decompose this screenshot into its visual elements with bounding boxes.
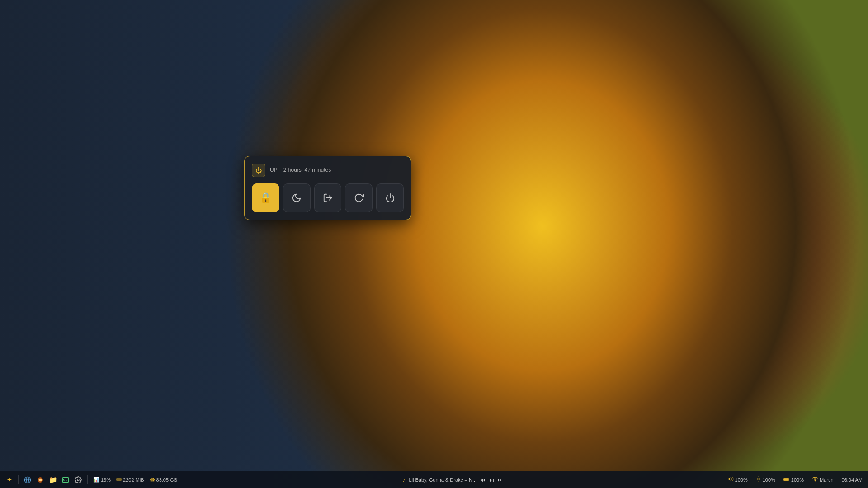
poweroff-button[interactable] (376, 183, 404, 212)
power-menu-header: ⏻ UP – 2 hours, 47 minutes (252, 164, 404, 177)
music-note-icon: ♪ (402, 477, 405, 483)
disk-value: 83.05 GB (156, 477, 177, 483)
svg-marker-18 (729, 478, 731, 481)
music-controls: ⏮ ⏯ ⏭ (480, 476, 503, 483)
prev-track-button[interactable]: ⏮ (480, 477, 486, 483)
ram-icon (116, 477, 122, 483)
disk-stat: 83.05 GB (148, 476, 179, 484)
volume-value: 100% (735, 477, 748, 483)
power-menu-popup: ⏻ UP – 2 hours, 47 minutes 🔒 (244, 156, 411, 220)
terminal-icon[interactable] (60, 474, 71, 485)
brightness-icon (756, 476, 761, 483)
play-pause-button[interactable]: ⏯ (488, 476, 495, 483)
brightness-value: 100% (763, 477, 775, 483)
network-status[interactable]: Martin (810, 475, 835, 484)
svg-line-23 (760, 480, 760, 481)
power-header-icon[interactable]: ⏻ (252, 164, 265, 177)
svg-point-30 (815, 480, 816, 481)
svg-point-6 (39, 478, 42, 481)
svg-line-27 (760, 477, 760, 478)
battery-value: 100% (791, 477, 804, 483)
svg-point-9 (77, 479, 79, 481)
battery-status[interactable]: 100% (782, 476, 806, 484)
cpu-stat: 📊 13% (91, 476, 113, 483)
time-text: 06:04 AM (842, 477, 863, 483)
firefox-icon[interactable] (35, 474, 46, 485)
restart-button[interactable] (345, 183, 373, 212)
settings-icon[interactable] (73, 474, 84, 485)
next-track-button[interactable]: ⏭ (497, 477, 503, 483)
taskbar-divider-2 (87, 475, 88, 484)
taskbar: ✦ 📁 📊 13% 2202 MiB (0, 471, 868, 488)
taskbar-center: ♪ Lil Baby, Gunna & Drake – N... ⏮ ⏯ ⏭ (179, 476, 726, 483)
uptime-label: UP – 2 hours, 47 minutes (270, 167, 331, 174)
lock-button[interactable]: 🔒 (252, 183, 279, 212)
network-name: Martin (820, 477, 834, 483)
taskbar-left: ✦ 📁 📊 13% 2202 MiB (4, 474, 179, 485)
svg-rect-29 (784, 478, 788, 480)
apps-menu-button[interactable]: ✦ (4, 474, 14, 485)
browser-icon[interactable] (22, 474, 33, 485)
taskbar-right: 100% 100% 100% Martin 06:04 AM (726, 475, 864, 484)
files-icon[interactable]: 📁 (47, 474, 58, 485)
battery-icon (783, 477, 790, 483)
svg-point-19 (757, 478, 760, 480)
clock-display[interactable]: 06:04 AM (840, 476, 864, 483)
taskbar-divider-1 (18, 475, 19, 484)
ram-value: 2202 MiB (123, 477, 144, 483)
cpu-value: 13% (101, 477, 111, 483)
ram-stat: 2202 MiB (114, 476, 146, 484)
volume-icon (728, 476, 734, 483)
logout-button[interactable] (314, 183, 342, 212)
svg-line-26 (757, 480, 757, 481)
disk-icon (150, 477, 155, 483)
sleep-button[interactable] (283, 183, 311, 212)
brightness-control[interactable]: 100% (754, 475, 777, 484)
svg-line-22 (757, 477, 757, 478)
cpu-icon: 📊 (93, 477, 99, 483)
wifi-icon (812, 476, 818, 483)
power-buttons-row: 🔒 (252, 183, 404, 212)
music-track: Lil Baby, Gunna & Drake – N... (409, 477, 476, 483)
desktop-background (0, 0, 868, 488)
volume-control[interactable]: 100% (726, 475, 750, 484)
